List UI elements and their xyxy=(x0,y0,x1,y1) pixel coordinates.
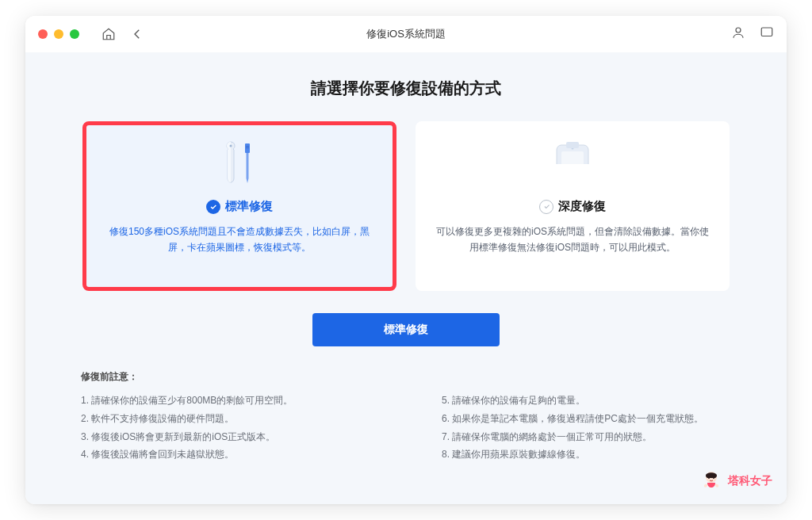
notes-title: 修復前註意： xyxy=(81,370,731,384)
svg-point-0 xyxy=(736,28,741,32)
maximize-window-button[interactable] xyxy=(70,29,79,39)
svg-rect-4 xyxy=(246,146,249,147)
standard-card-title: 標準修復 xyxy=(225,199,273,214)
check-filled-icon xyxy=(206,200,220,214)
svg-rect-1 xyxy=(761,28,772,36)
traffic-lights xyxy=(38,29,79,39)
svg-rect-6 xyxy=(247,153,249,178)
standard-title-row: 標準修復 xyxy=(206,199,273,214)
note-item: 2. 軟件不支持修復設備的硬件問題。 xyxy=(81,410,370,428)
titlebar: 修復iOS系統問題 xyxy=(25,16,787,52)
watermark-avatar-icon xyxy=(699,469,723,493)
note-item: 7. 請確保你電腦的網絡處於一個正常可用的狀態。 xyxy=(442,428,731,446)
nav-icons xyxy=(102,27,144,41)
note-item: 5. 請確保你的設備有足夠的電量。 xyxy=(442,392,731,410)
tools-icon xyxy=(218,139,261,189)
main-content: 請選擇你要修復設備的方式 xyxy=(25,52,787,504)
check-hollow-icon xyxy=(539,200,553,214)
device-icon xyxy=(547,139,598,189)
feedback-icon[interactable] xyxy=(760,25,774,43)
svg-point-2 xyxy=(230,145,232,147)
notes-right-col: 5. 請確保你的設備有足夠的電量。 6. 如果你是筆記本電腦，修復過程請使PC處… xyxy=(442,392,731,464)
svg-rect-5 xyxy=(246,147,249,148)
standard-card-desc: 修復150多種iOS系統問題且不會造成數據丟失，比如白屏，黑屏，卡在蘋果圖標，恢… xyxy=(86,224,393,256)
right-icons xyxy=(731,25,774,43)
svg-rect-10 xyxy=(566,142,579,148)
svg-point-13 xyxy=(708,477,710,479)
note-item: 1. 請確保你的設備至少有800MB的剩餘可用空間。 xyxy=(81,392,370,410)
watermark-text: 塔科女子 xyxy=(728,474,772,488)
minimize-window-button[interactable] xyxy=(54,29,63,39)
mode-cards: 標準修復 修復150多種iOS系統問題且不會造成數據丟失，比如白屏，黑屏，卡在蘋… xyxy=(25,121,787,291)
window-title: 修復iOS系統問題 xyxy=(366,27,446,41)
advanced-title-row: 深度修復 xyxy=(539,199,606,214)
user-icon[interactable] xyxy=(731,25,745,43)
notes-section: 修復前註意： 1. 請確保你的設備至少有800MB的剩餘可用空間。 2. 軟件不… xyxy=(25,370,787,464)
svg-rect-11 xyxy=(547,164,598,189)
note-item: 6. 如果你是筆記本電腦，修復過程請使PC處於一個充電狀態。 xyxy=(442,410,731,428)
note-item: 3. 修復後iOS將會更新到最新的iOS正式版本。 xyxy=(81,428,370,446)
advanced-repair-card[interactable]: 深度修復 可以修復更多更複雜的iOS系統問題，但會清除設備數據。當你使用標準修復… xyxy=(416,121,730,291)
app-window: 修復iOS系統問題 請選擇你要修復設備的方式 xyxy=(25,16,787,504)
advanced-card-title: 深度修復 xyxy=(558,199,606,214)
notes-left-col: 1. 請確保你的設備至少有800MB的剩餘可用空間。 2. 軟件不支持修復設備的… xyxy=(81,392,370,464)
back-icon[interactable] xyxy=(130,27,144,41)
note-item: 8. 建議你用蘋果原裝數據線修復。 xyxy=(442,445,731,464)
notes-columns: 1. 請確保你的設備至少有800MB的剩餘可用空間。 2. 軟件不支持修復設備的… xyxy=(81,392,731,464)
close-window-button[interactable] xyxy=(38,29,48,39)
standard-repair-card[interactable]: 標準修復 修復150多種iOS系統問題且不會造成數據丟失，比如白屏，黑屏，卡在蘋… xyxy=(82,121,396,291)
svg-point-14 xyxy=(713,477,714,479)
advanced-card-desc: 可以修復更多更複雜的iOS系統問題，但會清除設備數據。當你使用標準修復無法修復i… xyxy=(416,224,730,256)
watermark: 塔科女子 xyxy=(699,469,772,493)
note-item: 4. 修復後設備將會回到未越獄狀態。 xyxy=(81,445,370,464)
primary-action-button[interactable]: 標準修復 xyxy=(312,313,500,346)
page-heading: 請選擇你要修復設備的方式 xyxy=(25,78,787,99)
home-icon[interactable] xyxy=(102,27,116,41)
